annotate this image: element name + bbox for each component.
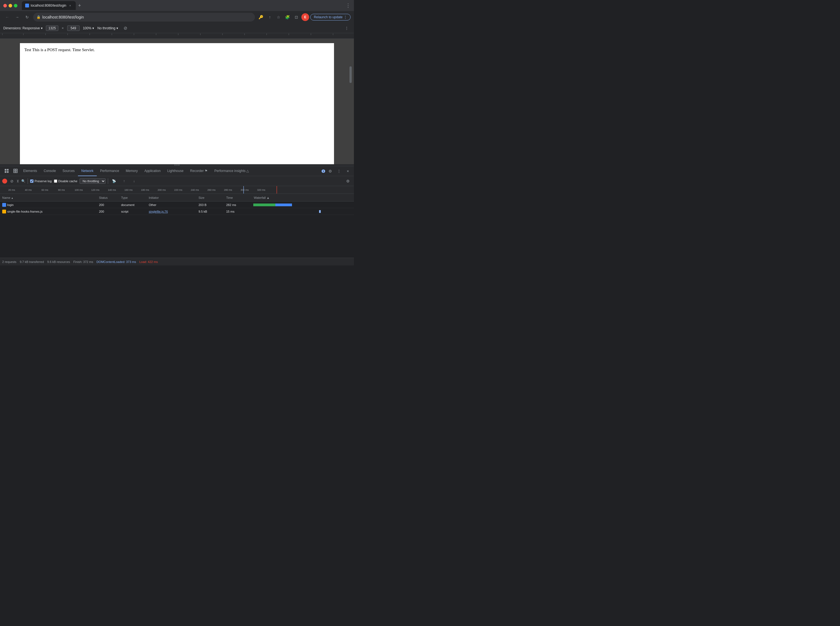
close-button[interactable] [3, 4, 7, 8]
file-doc-icon [2, 203, 6, 207]
preserve-log-label[interactable]: Preserve log [30, 180, 52, 183]
td-type-login: document [120, 203, 148, 207]
status-domcontentloaded: DOMContentLoaded: 373 ms [97, 260, 136, 263]
tl-100ms: 100 ms [75, 189, 83, 191]
throttle-dropdown[interactable]: No throttling Slow 3G Fast 3G [80, 178, 106, 184]
dimension-separator: × [62, 26, 64, 30]
devtools-more-button[interactable]: ⋮ [335, 167, 343, 175]
ruler-mark-6 [134, 33, 134, 35]
password-manager-icon[interactable]: 🔑 [257, 13, 265, 21]
online-icon[interactable]: 📡 [110, 177, 118, 185]
search-button[interactable]: 🔍 [21, 179, 25, 183]
tab-application[interactable]: Application [141, 166, 164, 176]
td-initiator-singlefile[interactable]: singlefile.js:76 [148, 210, 197, 213]
th-initiator[interactable]: Initiator [148, 196, 197, 199]
devtools-tab-icons: 1 ⚙ ⋮ × [322, 167, 352, 175]
svg-rect-1 [7, 169, 9, 171]
ruler-mark-1 [23, 33, 23, 35]
page-viewport: Test This is a POST request. Time Servle… [20, 43, 334, 164]
media-router-icon[interactable]: ⊡ [293, 13, 300, 21]
ruler-mark-13 [289, 33, 289, 35]
tab-sources[interactable]: Sources [59, 166, 78, 176]
tab-close-button[interactable]: × [68, 3, 72, 8]
th-size[interactable]: Size [197, 196, 225, 199]
tab-network[interactable]: Network [78, 166, 97, 176]
status-transferred: 9.7 kB transferred [20, 260, 44, 263]
ruler-mark-5 [112, 33, 112, 35]
rotate-icon[interactable]: ⊘ [121, 24, 129, 32]
forward-button[interactable]: → [13, 13, 21, 21]
download-icon[interactable]: ↓ [130, 177, 138, 185]
devtools-settings-button[interactable]: ⚙ [326, 167, 334, 175]
td-initiator-login: Other [148, 203, 197, 207]
throttle-select[interactable]: No throttling ▾ [97, 26, 118, 30]
th-time[interactable]: Time [225, 196, 253, 199]
viewport-wrapper: Test This is a POST request. Time Servle… [0, 39, 354, 164]
tab-inspector-icon[interactable] [11, 166, 20, 176]
tl-60ms: 60 ms [41, 189, 48, 191]
network-row-login[interactable]: login 200 document Other 203 B 282 ms [0, 202, 354, 208]
height-input[interactable] [67, 25, 80, 31]
td-waterfall-singlefile [253, 208, 353, 214]
tab-devtools-toggle[interactable] [2, 166, 11, 176]
reload-button[interactable]: ↻ [23, 13, 31, 21]
dimensions-select[interactable]: Dimensions: Responsive ▾ [3, 26, 42, 30]
width-input[interactable] [46, 25, 58, 31]
minimize-button[interactable] [9, 4, 12, 8]
clear-button[interactable]: ⊘ [9, 178, 14, 184]
share-icon[interactable]: ↑ [266, 13, 274, 21]
td-status-login: 200 [98, 203, 120, 207]
td-size-login: 203 B [197, 203, 225, 207]
bookmark-icon[interactable]: ☆ [275, 13, 283, 21]
network-toolbar: ⊘ ⊻ 🔍 Preserve log Disable cache No thro… [0, 176, 354, 186]
relaunch-button[interactable]: Relaunch to update ⋮ [310, 14, 350, 20]
network-settings-icon[interactable]: ⚙ [344, 177, 352, 185]
url-text: localhost:8080/test/login [42, 15, 252, 19]
ruler-mark-12 [266, 33, 267, 35]
tab-console[interactable]: Console [41, 166, 59, 176]
new-tab-button[interactable]: + [76, 2, 83, 9]
svg-rect-0 [5, 169, 6, 171]
zoom-select[interactable]: 100% ▾ [83, 26, 94, 30]
ruler-mark-11 [244, 33, 245, 35]
active-tab[interactable]: localhost:8080/test/login × [22, 1, 76, 10]
ruler-mark-8 [178, 33, 178, 35]
tab-recorder[interactable]: Recorder ⚑ [187, 166, 211, 176]
network-table-header: Name Status Type Initiator Size Time Wat… [0, 194, 354, 202]
th-name[interactable]: Name [1, 196, 98, 199]
record-button[interactable] [2, 178, 7, 184]
filter-button[interactable]: ⊻ [17, 179, 19, 183]
disable-cache-label[interactable]: Disable cache [54, 180, 77, 183]
ruler-mark-14 [311, 33, 311, 35]
tab-lighthouse[interactable]: Lighthouse [164, 166, 187, 176]
browser-more-button[interactable]: ⋮ [346, 3, 350, 9]
timeline-ruler [0, 33, 354, 39]
waterfall-bar-blue-login [275, 203, 292, 206]
responsive-more-icon[interactable]: ⋮ [343, 24, 350, 32]
devtools-close-button[interactable]: × [344, 167, 352, 175]
waterfall-bar-green-login [253, 203, 275, 206]
upload-icon[interactable]: ↑ [120, 177, 128, 185]
tab-elements[interactable]: Elements [20, 166, 41, 176]
th-type[interactable]: Type [120, 196, 148, 199]
url-bar[interactable]: 🔒 localhost:8080/test/login [33, 13, 255, 22]
tab-performance-insights[interactable]: Performance insights △ [211, 166, 252, 176]
tab-performance[interactable]: Performance [97, 166, 122, 176]
maximize-button[interactable] [14, 4, 17, 8]
dimensions-chevron-icon: ▾ [41, 26, 42, 30]
tl-80ms: 80 ms [58, 189, 65, 191]
load-line [277, 186, 277, 194]
th-status[interactable]: Status [98, 196, 120, 199]
resize-dot-1 [174, 164, 175, 166]
back-button[interactable]: ← [3, 13, 11, 21]
status-resources: 9.6 kB resources [47, 260, 70, 263]
scrollbar-right[interactable] [349, 39, 352, 164]
preserve-log-checkbox[interactable] [30, 180, 33, 183]
network-row-singlefile[interactable]: single-file-hooks-frames.js 200 script s… [0, 208, 354, 215]
profile-button[interactable]: E [301, 13, 309, 21]
extensions-icon[interactable]: 🧩 [284, 13, 291, 21]
tab-memory[interactable]: Memory [122, 166, 141, 176]
disable-cache-checkbox[interactable] [54, 180, 57, 183]
th-waterfall[interactable]: Waterfall ▲ [253, 196, 353, 199]
tl-280ms: 280 ms [224, 189, 232, 191]
